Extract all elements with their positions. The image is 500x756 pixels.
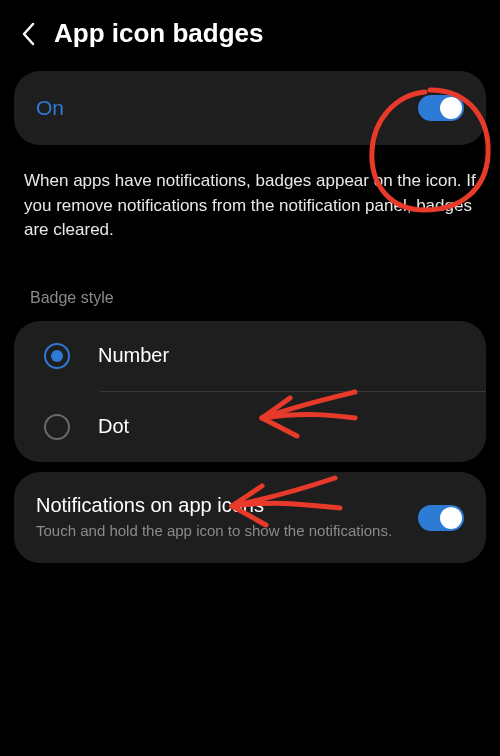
badge-style-option-number[interactable]: Number [14, 321, 486, 391]
page-title: App icon badges [54, 18, 263, 49]
master-toggle-row[interactable]: On [14, 71, 486, 145]
radio-label: Number [98, 344, 169, 367]
radio-icon [44, 414, 70, 440]
radio-icon [44, 343, 70, 369]
master-toggle-label: On [36, 96, 64, 120]
toggle-knob [440, 507, 462, 529]
radio-label: Dot [98, 415, 129, 438]
notifications-on-icons-card: Notifications on app icons Touch and hol… [14, 472, 486, 563]
notifications-on-icons-title: Notifications on app icons [36, 494, 392, 517]
badge-style-card: Number Dot [14, 321, 486, 462]
description-text: When apps have notifications, badges app… [0, 155, 500, 247]
notifications-on-icons-subtitle: Touch and hold the app icon to show the … [36, 521, 392, 541]
notifications-on-icons-toggle[interactable] [418, 505, 464, 531]
toggle-knob [440, 97, 462, 119]
master-toggle-switch[interactable] [418, 95, 464, 121]
back-icon[interactable] [20, 21, 36, 47]
badge-style-section-label: Badge style [0, 247, 500, 311]
notifications-on-icons-text: Notifications on app icons Touch and hol… [36, 494, 392, 541]
master-toggle-card: On [14, 71, 486, 145]
badge-style-option-dot[interactable]: Dot [14, 392, 486, 462]
header: App icon badges [0, 0, 500, 61]
notifications-on-icons-row[interactable]: Notifications on app icons Touch and hol… [14, 472, 486, 563]
